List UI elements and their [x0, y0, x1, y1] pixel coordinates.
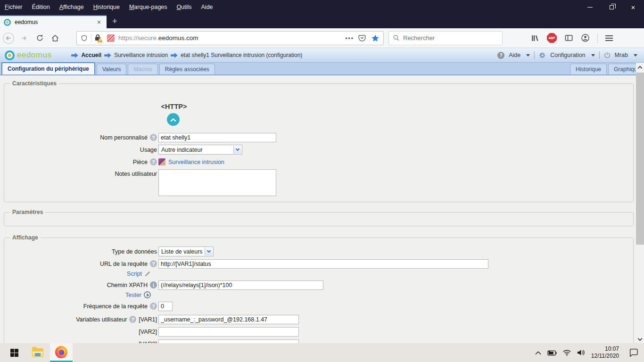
tab-valeurs[interactable]: Valeurs	[97, 64, 127, 74]
sidebar-icon[interactable]	[564, 33, 573, 42]
home-button[interactable]	[48, 31, 62, 45]
aide-menu[interactable]: Aide	[509, 52, 520, 58]
row-xpath: Chemin XPATHi	[4, 280, 633, 290]
breadcrumb-accueil[interactable]: Accueil	[81, 52, 101, 58]
taskbar-clock[interactable]: 10:07 12/11/2020	[591, 346, 619, 360]
app-menu-icon[interactable]	[605, 35, 613, 41]
menu-affichage[interactable]: Affichage	[55, 2, 89, 12]
tracking-shield-icon[interactable]	[81, 34, 88, 42]
eedomus-logo-icon	[5, 50, 15, 60]
tray-chevron-icon[interactable]	[535, 351, 541, 355]
url-bar[interactable]: https://secure.eedomus.com •••	[76, 31, 384, 45]
wifi-icon[interactable]	[563, 350, 571, 356]
var2-input[interactable]	[158, 327, 299, 337]
reload-button[interactable]	[33, 31, 47, 45]
row-var2: [VAR2]	[4, 327, 633, 337]
system-tray: 10:07 12/11/2020	[535, 346, 638, 360]
xpath-input[interactable]	[158, 280, 323, 290]
help-icon[interactable]: ?	[150, 158, 157, 165]
back-button[interactable]	[1, 31, 16, 45]
menu-outils[interactable]: Outils	[172, 2, 197, 12]
start-button[interactable]	[3, 343, 25, 362]
tab-graphique[interactable]: Graphique	[608, 64, 636, 74]
var3-input[interactable]	[158, 339, 299, 344]
search-box[interactable]	[388, 31, 503, 45]
scrollbar-thumb[interactable]	[636, 73, 644, 245]
battery-icon[interactable]	[547, 350, 557, 356]
help-icon[interactable]: ?	[129, 316, 136, 323]
back-icon	[2, 32, 15, 44]
account-icon[interactable]	[581, 33, 590, 42]
chevron-down-icon	[236, 147, 239, 151]
configuration-menu[interactable]: Configuration	[550, 52, 585, 58]
new-tab-button[interactable]: +	[107, 16, 123, 28]
page-actions-icon[interactable]: •••	[345, 35, 354, 41]
var1-label: [VAR1]	[139, 316, 157, 323]
piece-link[interactable]: Surveillance intrusion	[168, 159, 224, 165]
menu-edition[interactable]: Édition	[27, 2, 55, 12]
help-icon[interactable]: ?	[150, 260, 157, 267]
eedomus-logo[interactable]: eedomus	[5, 50, 51, 60]
site-header-menu: ? Aide Configuration Mrab	[497, 51, 637, 59]
page-scrollbar[interactable]	[636, 63, 644, 343]
page-content: Caractéristiques <HTTP> Nom personnalisé…	[0, 75, 644, 343]
select-arrow-button[interactable]	[205, 247, 213, 255]
breadcrumb-room[interactable]: Surveillance intrusion	[114, 52, 168, 58]
menu-fichier[interactable]: Fichier	[0, 2, 27, 12]
user-menu[interactable]: Mrab	[615, 52, 628, 58]
help-icon: ?	[497, 52, 504, 59]
type-donnees-select[interactable]: Liste de valeurs	[158, 247, 214, 256]
windows-logo-icon	[10, 349, 18, 357]
close-tab-icon[interactable]: ×	[95, 18, 103, 26]
close-button[interactable]: ×	[622, 0, 644, 14]
collapse-button[interactable]	[167, 113, 180, 126]
forward-button[interactable]	[17, 31, 31, 45]
var1-input[interactable]	[158, 315, 299, 324]
scroll-up-button[interactable]	[636, 63, 644, 72]
menu-marque-pages[interactable]: Marque-pages	[124, 2, 172, 12]
adblock-plus-icon[interactable]: ABP	[547, 33, 557, 43]
lock-warning-icon[interactable]	[95, 34, 104, 42]
play-icon[interactable]	[144, 291, 151, 298]
volume-icon[interactable]	[577, 349, 585, 356]
info-icon[interactable]: i	[150, 281, 157, 288]
home-icon	[51, 34, 59, 42]
browser-tab-eedomus[interactable]: eedomus ×	[0, 15, 107, 28]
tab-label: Macros	[133, 66, 152, 73]
tester-link[interactable]: Tester	[125, 292, 141, 298]
addon-page-action-icon[interactable]	[107, 34, 115, 42]
var2-label: [VAR2]	[139, 329, 157, 335]
select-arrow-button[interactable]	[233, 146, 241, 154]
url-requete-input[interactable]	[158, 259, 488, 269]
file-explorer-button[interactable]	[26, 343, 49, 362]
tab-historique[interactable]: Historique	[570, 64, 607, 74]
menu-aide[interactable]: Aide	[197, 2, 218, 12]
action-center-icon[interactable]	[629, 348, 638, 357]
close-icon: ×	[631, 4, 636, 11]
library-icon[interactable]	[531, 34, 539, 42]
restore-icon	[610, 5, 614, 9]
url-text[interactable]: https://secure.eedomus.com	[118, 34, 341, 41]
scroll-down-icon[interactable]	[638, 337, 643, 341]
pencil-icon[interactable]	[144, 271, 151, 277]
tab-configuration-peripherique[interactable]: Configuration du périphérique	[1, 62, 95, 74]
help-icon[interactable]: ?	[150, 303, 157, 310]
row-type-donnees: Type de données Liste de valeurs	[4, 247, 633, 256]
pocket-icon[interactable]	[358, 34, 366, 42]
nom-input[interactable]	[158, 133, 276, 142]
minimize-button[interactable]	[579, 0, 601, 14]
frequence-input[interactable]	[158, 302, 173, 311]
tab-regles-associees[interactable]: Règles associées	[159, 64, 215, 74]
chevron-down-icon	[591, 54, 595, 57]
script-link[interactable]: Script	[127, 271, 142, 277]
row-var1: Variables utilisateur?[VAR1]	[4, 314, 633, 324]
firefox-taskbar-button[interactable]	[50, 343, 73, 362]
search-input[interactable]	[403, 34, 493, 41]
breadcrumb-device[interactable]: etat shelly1 Surveillance intrusion (con…	[181, 52, 302, 58]
menu-historique[interactable]: Historique	[89, 2, 124, 12]
bookmark-star-icon[interactable]	[371, 34, 380, 42]
help-icon[interactable]: ?	[150, 134, 157, 141]
restore-button[interactable]	[601, 0, 622, 14]
notes-textarea[interactable]	[158, 169, 276, 196]
usage-select[interactable]: Autre indicateur	[158, 145, 242, 155]
